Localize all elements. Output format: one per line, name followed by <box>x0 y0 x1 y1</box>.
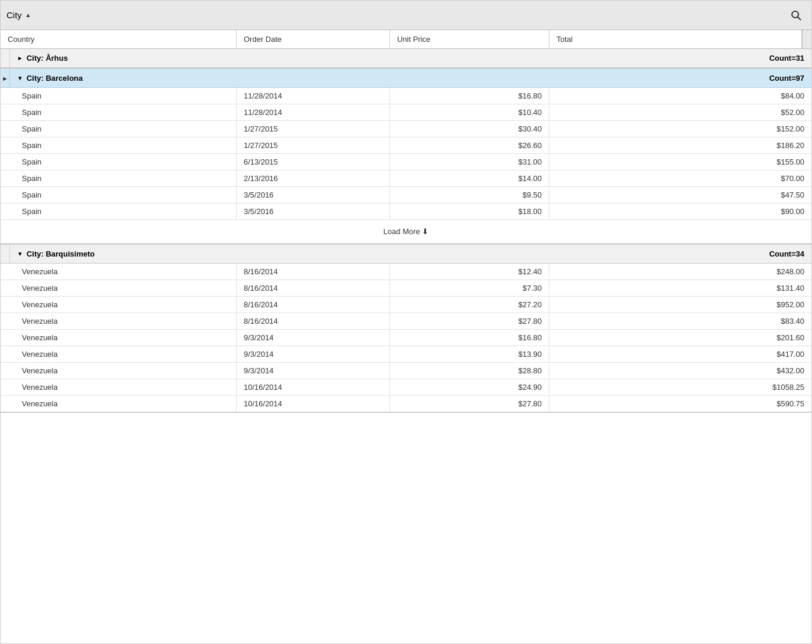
cell-order-date: 11/28/2014 <box>237 88 390 104</box>
cell-country: Spain <box>1 137 237 153</box>
scrollbar-spacer <box>802 30 811 48</box>
cell-unit-price: $24.90 <box>390 379 549 395</box>
group-barquisimeto-count: Count=34 <box>769 249 804 258</box>
cell-unit-price: $12.40 <box>390 264 549 280</box>
table-row: Venezuela 10/16/2014 $27.80 $590.75 <box>1 396 811 412</box>
table-row: Venezuela 8/16/2014 $12.40 $248.00 <box>1 264 811 280</box>
table-row: Venezuela 10/16/2014 $24.90 $1058.25 <box>1 379 811 396</box>
table-row: Spain 1/27/2015 $26.60 $186.20 <box>1 137 811 154</box>
cell-country: Venezuela <box>1 346 237 362</box>
app-container: City ▲ Country Order Date Unit Price Tot… <box>0 0 812 644</box>
cell-total: $90.00 <box>549 203 811 219</box>
table-row: Spain 1/27/2015 $30.40 $152.00 <box>1 121 811 137</box>
table-row: Venezuela 9/3/2014 $16.80 $201.60 <box>1 330 811 346</box>
cell-country: Spain <box>1 88 237 104</box>
table-row: Spain 2/13/2016 $14.00 $70.00 <box>1 170 811 187</box>
cell-total: $952.00 <box>549 297 811 313</box>
cell-unit-price: $27.20 <box>390 297 549 313</box>
cell-unit-price: $28.80 <box>390 363 549 379</box>
cell-country: Spain <box>1 203 237 219</box>
cell-unit-price: $10.40 <box>390 104 549 120</box>
cell-unit-price: $27.80 <box>390 313 549 329</box>
group-barquisimeto: ▼ City: Barquisimeto Count=34 Venezuela … <box>1 245 811 413</box>
cell-order-date: 8/16/2014 <box>237 280 390 296</box>
cell-order-date: 1/27/2015 <box>237 137 390 153</box>
cell-country: Spain <box>1 170 237 186</box>
cell-total: $131.40 <box>549 280 811 296</box>
cell-total: $201.60 <box>549 330 811 346</box>
cell-total: $155.00 <box>549 154 811 170</box>
group-header-arhus[interactable]: ► City: Århus Count=31 <box>1 49 811 68</box>
svg-line-1 <box>798 17 801 19</box>
cell-total: $52.00 <box>549 104 811 120</box>
cell-country: Venezuela <box>1 396 237 412</box>
table-row: Venezuela 8/16/2014 $7.30 $131.40 <box>1 280 811 297</box>
cell-country: Venezuela <box>1 280 237 296</box>
cell-country: Venezuela <box>1 363 237 379</box>
table-row: Venezuela 9/3/2014 $28.80 $432.00 <box>1 363 811 379</box>
group-barcelona-city: City: Barcelona <box>27 74 83 83</box>
cell-unit-price: $27.80 <box>390 396 549 412</box>
cell-unit-price: $7.30 <box>390 280 549 296</box>
table-row: Spain 11/28/2014 $10.40 $52.00 <box>1 104 811 121</box>
search-button[interactable] <box>787 6 806 25</box>
cell-total: $248.00 <box>549 264 811 280</box>
group-barcelona: ► ▼ City: Barcelona Count=97 Spain 11/28… <box>1 69 811 245</box>
cell-order-date: 3/5/2016 <box>237 187 390 203</box>
cell-total: $84.00 <box>549 88 811 104</box>
toolbar-title: City ▲ <box>6 10 31 20</box>
cell-country: Venezuela <box>1 297 237 313</box>
col-header-unit-price: Unit Price <box>390 30 549 48</box>
cell-order-date: 11/28/2014 <box>237 104 390 120</box>
cell-country: Spain <box>1 121 237 137</box>
table-row: Venezuela 8/16/2014 $27.80 $83.40 <box>1 313 811 330</box>
cell-country: Spain <box>1 154 237 170</box>
cell-total: $152.00 <box>549 121 811 137</box>
cell-total: $83.40 <box>549 313 811 329</box>
cell-unit-price: $16.80 <box>390 88 549 104</box>
group-arhus-expand-icon: ► <box>17 55 23 61</box>
content-area[interactable]: ► City: Århus Count=31 ► ▼ City: Barcelo… <box>1 49 811 643</box>
col-header-order-date: Order Date <box>237 30 390 48</box>
cell-unit-price: $31.00 <box>390 154 549 170</box>
search-icon <box>790 9 802 21</box>
group-header-barquisimeto[interactable]: ▼ City: Barquisimeto Count=34 <box>1 245 811 264</box>
cell-total: $47.50 <box>549 187 811 203</box>
cell-country: Venezuela <box>1 264 237 280</box>
cell-total: $1058.25 <box>549 379 811 395</box>
group-barcelona-label: ▼ City: Barcelona <box>17 74 83 83</box>
group-arhus: ► City: Århus Count=31 <box>1 49 811 69</box>
cell-order-date: 9/3/2014 <box>237 363 390 379</box>
cell-order-date: 8/16/2014 <box>237 297 390 313</box>
column-headers: Country Order Date Unit Price Total <box>1 30 811 49</box>
cell-total: $432.00 <box>549 363 811 379</box>
cell-order-date: 8/16/2014 <box>237 313 390 329</box>
cell-unit-price: $13.90 <box>390 346 549 362</box>
cell-country: Spain <box>1 187 237 203</box>
group-barquisimeto-expand-icon: ▼ <box>17 251 23 257</box>
group-header-barcelona[interactable]: ► ▼ City: Barcelona Count=97 <box>1 69 811 88</box>
cell-country: Venezuela <box>1 313 237 329</box>
group-arhus-left-indicator <box>1 49 10 67</box>
cell-unit-price: $18.00 <box>390 203 549 219</box>
cell-total: $186.20 <box>549 137 811 153</box>
sort-asc-icon: ▲ <box>25 12 31 18</box>
cell-country: Venezuela <box>1 379 237 395</box>
group-arhus-content: ► City: Århus Count=31 <box>10 49 811 67</box>
toolbar: City ▲ <box>1 1 811 30</box>
load-more-button[interactable]: Load More ⬇ <box>1 220 811 244</box>
cell-order-date: 9/3/2014 <box>237 346 390 362</box>
cell-unit-price: $26.60 <box>390 137 549 153</box>
table-row: Venezuela 9/3/2014 $13.90 $417.00 <box>1 346 811 363</box>
cell-order-date: 3/5/2016 <box>237 203 390 219</box>
cell-unit-price: $9.50 <box>390 187 549 203</box>
city-label: City <box>6 10 22 20</box>
table-row: Spain 11/28/2014 $16.80 $84.00 <box>1 88 811 104</box>
cell-country: Venezuela <box>1 330 237 346</box>
cell-order-date: 10/16/2014 <box>237 379 390 395</box>
cell-order-date: 1/27/2015 <box>237 121 390 137</box>
group-barquisimeto-content: ▼ City: Barquisimeto Count=34 <box>10 245 811 263</box>
cell-order-date: 8/16/2014 <box>237 264 390 280</box>
col-header-country: Country <box>1 30 237 48</box>
cell-country: Spain <box>1 104 237 120</box>
